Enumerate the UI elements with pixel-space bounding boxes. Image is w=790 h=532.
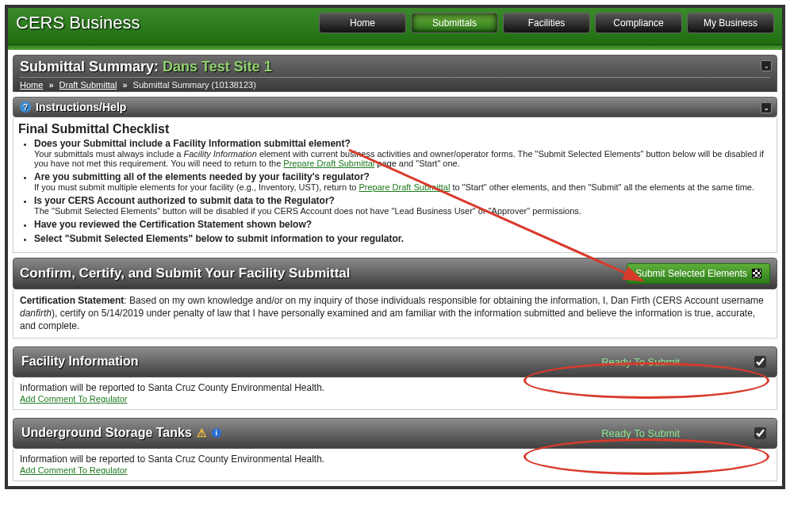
info-icon[interactable]: i [212,428,221,438]
nav-facilities[interactable]: Facilities [503,13,590,33]
warning-icon: ⚠ [197,427,207,439]
add-comment-link[interactable]: Add Comment To Regulator [20,465,128,475]
add-comment-link[interactable]: Add Comment To Regulator [20,394,128,404]
confirm-header: Confirm, Certify, and Submit Your Facili… [13,258,777,289]
confirm-title: Confirm, Certify, and Submit Your Facili… [20,266,351,281]
checklist-lead: Are you submitting all of the elements n… [34,171,772,182]
nav-home[interactable]: Home [319,13,406,33]
checklist-item: Does your Submittal include a Facility I… [34,138,772,168]
element-title: Underground Storage Tanks [21,426,192,440]
element-checkbox[interactable] [754,356,766,368]
submit-button-label: Submit Selected Elements [635,268,747,279]
nav-compliance[interactable]: Compliance [595,13,682,33]
page-title-site: Dans Test Site 1 [163,59,272,75]
nav-mybusiness[interactable]: My Business [687,13,774,33]
prepare-draft-link[interactable]: Prepare Draft Submittal [359,182,450,192]
top-navbar: CERS Business Home Submittals Facilities… [8,8,782,45]
checklist-item: Is your CERS Account authorized to submi… [34,195,772,216]
checklist-body: The "Submit Selected Elements" button wi… [34,206,581,216]
breadcrumb: Home » Draft Submittal » Submittal Summa… [20,77,770,90]
nav-submittals[interactable]: Submittals [411,13,498,33]
page-title-label: Submittal Summary: [20,59,163,75]
element-status: Ready To Submit [601,356,680,368]
checklist-heading: Final Submittal Checklist [18,122,772,136]
checklist-lead: Does your Submittal include a Facility I… [34,138,772,149]
element-ust: Underground Storage Tanks ⚠ i Ready To S… [13,418,777,449]
checklist-item: Have you reviewed the Certification Stat… [34,219,772,230]
brand-title: CERS Business [16,13,140,33]
element-status: Ready To Submit [601,427,680,439]
element-body: Information will be reported to Santa Cr… [13,449,777,481]
checklist-lead: Is your CERS Account authorized to submi… [34,195,772,206]
breadcrumb-current: Submittal Summary (10138123) [133,80,256,90]
element-checkbox[interactable] [754,427,766,439]
checklist-body: If you must submit multiple elements for… [34,182,754,192]
page-title-bar: Submittal Summary: Dans Test Site 1 Home… [13,55,777,92]
checklist-item: Select "Submit Selected Elements" below … [34,233,772,244]
divider-strip [8,45,782,50]
certification-username: danfirth [20,308,52,319]
help-icon: ? [20,101,31,113]
nav-buttons: Home Submittals Facilities Compliance My… [319,13,774,33]
collapse-icon[interactable]: ⌄ [761,60,772,71]
instructions-header[interactable]: ? Instructions/Help ⌄ [13,97,777,117]
certification-label: Certification Statement [20,295,124,306]
checklist-body: Your submittals must always include a Fa… [34,149,764,168]
element-facility-info: Facility Information Ready To Submit [13,346,777,377]
checkered-flag-icon [752,269,761,278]
breadcrumb-home[interactable]: Home [20,80,43,90]
checklist-lead: Have you reviewed the Certification Stat… [34,219,772,230]
checklist: Does your Submittal include a Facility I… [34,138,772,244]
element-title: Facility Information [21,354,139,369]
checklist-lead: Select "Submit Selected Elements" below … [34,233,772,244]
instructions-label: Instructions/Help [36,101,126,113]
element-info: Information will be reported to Santa Cr… [20,454,770,465]
element-body: Information will be reported to Santa Cr… [13,377,777,410]
checklist-item: Are you submitting all of the elements n… [34,171,772,192]
submit-selected-button[interactable]: Submit Selected Elements [627,263,770,284]
breadcrumb-draft[interactable]: Draft Submittal [59,80,117,90]
instructions-body: Final Submittal Checklist Does your Subm… [13,117,777,253]
certification-body: Certification Statement: Based on my own… [13,289,777,339]
element-info: Information will be reported to Santa Cr… [20,382,770,393]
prepare-draft-link[interactable]: Prepare Draft Submittal [283,159,374,168]
instructions-collapse-icon[interactable]: ⌄ [761,102,772,113]
